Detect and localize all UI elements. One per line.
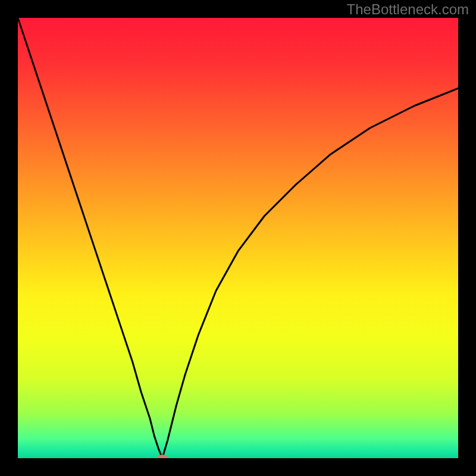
plot-area <box>18 18 458 458</box>
optimum-marker <box>157 455 168 458</box>
curve-layer <box>18 18 458 458</box>
watermark-text: TheBottleneck.com <box>347 1 469 18</box>
bottleneck-curve <box>18 18 458 458</box>
chart-frame: TheBottleneck.com <box>0 0 476 476</box>
